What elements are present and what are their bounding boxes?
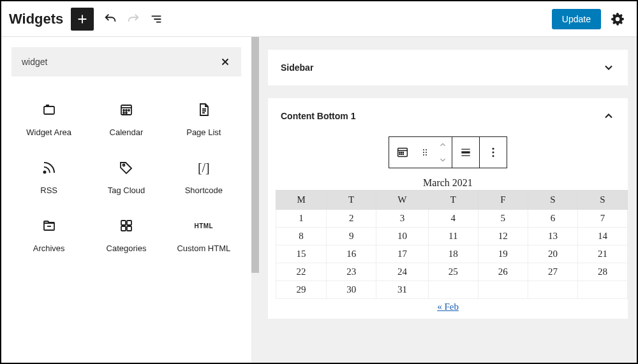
top-toolbar: Widgets Update bbox=[1, 1, 637, 37]
calendar-day-header: W bbox=[376, 191, 429, 210]
calendar-day-cell[interactable]: 11 bbox=[428, 228, 478, 245]
sidebar-area-header[interactable]: Sidebar bbox=[268, 50, 628, 85]
block-inserter-panel: Widget AreaCalendarPage ListRSSTag Cloud… bbox=[1, 37, 251, 363]
block-label: Widget Area bbox=[26, 127, 71, 137]
block-item-archives[interactable]: Archives bbox=[11, 208, 86, 263]
calendar-day-cell[interactable]: 8 bbox=[276, 228, 327, 245]
calendar-prev-link[interactable]: « Feb bbox=[437, 302, 459, 312]
calendar-day-cell bbox=[528, 281, 577, 299]
calendar-day-cell[interactable]: 10 bbox=[376, 228, 429, 245]
chevron-up-icon bbox=[602, 110, 615, 122]
svg-point-6 bbox=[126, 112, 127, 113]
block-label: Page List bbox=[186, 127, 221, 137]
svg-point-15 bbox=[401, 152, 402, 152]
block-label: Archives bbox=[33, 244, 65, 253]
clear-search-icon[interactable] bbox=[219, 56, 231, 68]
block-item-widget-area[interactable]: Widget Area bbox=[11, 92, 86, 147]
calendar-day-cell[interactable]: 21 bbox=[577, 245, 627, 263]
svg-point-16 bbox=[403, 152, 403, 152]
align-button[interactable] bbox=[452, 137, 479, 168]
drag-handle[interactable] bbox=[416, 137, 434, 168]
calendar-day-cell[interactable]: 6 bbox=[528, 210, 577, 228]
calendar-day-cell[interactable]: 15 bbox=[276, 245, 327, 263]
widget-area-icon bbox=[41, 102, 57, 117]
svg-rect-0 bbox=[44, 106, 54, 114]
svg-point-19 bbox=[403, 154, 403, 154]
block-item-tag[interactable]: Tag Cloud bbox=[89, 150, 163, 205]
block-item-rss[interactable]: RSS bbox=[11, 150, 86, 205]
svg-point-29 bbox=[493, 155, 494, 157]
categories-icon bbox=[119, 218, 134, 233]
calendar-day-cell[interactable]: 16 bbox=[327, 245, 376, 263]
svg-point-22 bbox=[423, 152, 424, 153]
widget-areas-panel: Sidebar Content Bottom 1 bbox=[259, 37, 637, 363]
calendar-week-row: 293031 bbox=[276, 281, 628, 299]
page-list-icon bbox=[196, 102, 211, 117]
calendar-week-row: 22232425262728 bbox=[276, 263, 628, 281]
block-item-calendar[interactable]: Calendar bbox=[89, 92, 163, 147]
calendar-day-cell[interactable]: 14 bbox=[577, 228, 627, 245]
calendar-day-cell[interactable]: 24 bbox=[376, 263, 429, 281]
calendar-day-header: T bbox=[428, 191, 478, 210]
undo-button[interactable] bbox=[99, 8, 122, 31]
calendar-day-cell[interactable]: 20 bbox=[528, 245, 577, 263]
add-block-button[interactable] bbox=[71, 8, 94, 31]
block-type-button[interactable] bbox=[389, 137, 416, 168]
settings-button[interactable] bbox=[606, 8, 629, 31]
scrollbar[interactable] bbox=[251, 37, 259, 363]
calendar-day-cell[interactable]: 9 bbox=[327, 228, 376, 245]
scrollbar-thumb[interactable] bbox=[251, 37, 259, 273]
block-label: Calendar bbox=[110, 127, 144, 137]
calendar-day-cell[interactable]: 5 bbox=[478, 210, 528, 228]
calendar-day-cell[interactable]: 17 bbox=[376, 245, 429, 263]
block-label: RSS bbox=[40, 186, 57, 195]
svg-point-28 bbox=[493, 152, 494, 154]
block-item-shortcode[interactable]: [/]Shortcode bbox=[167, 150, 241, 205]
content-bottom-header[interactable]: Content Bottom 1 bbox=[268, 98, 628, 134]
svg-point-25 bbox=[426, 154, 427, 156]
block-toolbar bbox=[389, 136, 507, 168]
update-button[interactable]: Update bbox=[552, 9, 601, 29]
list-view-button[interactable] bbox=[145, 8, 168, 31]
svg-point-27 bbox=[493, 148, 494, 150]
move-down-button[interactable] bbox=[434, 152, 452, 168]
calendar-day-cell[interactable]: 7 bbox=[577, 210, 627, 228]
search-input[interactable] bbox=[22, 57, 219, 67]
svg-point-5 bbox=[123, 112, 124, 113]
calendar-week-row: 1234567 bbox=[276, 210, 628, 228]
block-item-page-list[interactable]: Page List bbox=[167, 92, 241, 147]
calendar-day-cell[interactable]: 23 bbox=[327, 263, 376, 281]
html-icon: HTML bbox=[196, 218, 211, 233]
svg-point-3 bbox=[126, 110, 127, 111]
calendar-day-cell[interactable]: 13 bbox=[528, 228, 577, 245]
block-label: Custom HTML bbox=[177, 244, 230, 253]
svg-point-8 bbox=[122, 164, 124, 166]
calendar-day-cell[interactable]: 30 bbox=[327, 281, 376, 299]
block-item-html[interactable]: HTMLCustom HTML bbox=[167, 208, 241, 263]
calendar-day-cell[interactable]: 27 bbox=[528, 263, 577, 281]
redo-button[interactable] bbox=[122, 8, 145, 31]
block-item-categories[interactable]: Categories bbox=[89, 208, 163, 263]
calendar-day-cell[interactable]: 25 bbox=[428, 263, 478, 281]
calendar-day-cell[interactable]: 4 bbox=[428, 210, 478, 228]
calendar-day-cell[interactable]: 12 bbox=[478, 228, 528, 245]
content-bottom-area: Content Bottom 1 bbox=[268, 98, 628, 319]
calendar-day-cell[interactable]: 31 bbox=[376, 281, 429, 299]
calendar-day-cell bbox=[478, 281, 528, 299]
calendar-day-cell[interactable]: 1 bbox=[276, 210, 327, 228]
calendar-day-cell[interactable]: 29 bbox=[276, 281, 327, 299]
svg-rect-11 bbox=[121, 226, 126, 231]
calendar-day-cell[interactable]: 2 bbox=[327, 210, 376, 228]
block-label: Tag Cloud bbox=[108, 186, 145, 195]
calendar-day-cell[interactable]: 28 bbox=[577, 263, 627, 281]
move-up-button[interactable] bbox=[434, 137, 452, 152]
calendar-day-cell[interactable]: 3 bbox=[376, 210, 429, 228]
shortcode-icon: [/] bbox=[196, 160, 211, 175]
calendar-day-cell[interactable]: 22 bbox=[276, 263, 327, 281]
svg-point-7 bbox=[43, 171, 45, 173]
calendar-day-cell[interactable]: 26 bbox=[478, 263, 528, 281]
calendar-day-cell[interactable]: 18 bbox=[428, 245, 478, 263]
more-options-button[interactable] bbox=[480, 137, 507, 168]
calendar-day-cell[interactable]: 19 bbox=[478, 245, 528, 263]
svg-point-20 bbox=[423, 149, 424, 150]
